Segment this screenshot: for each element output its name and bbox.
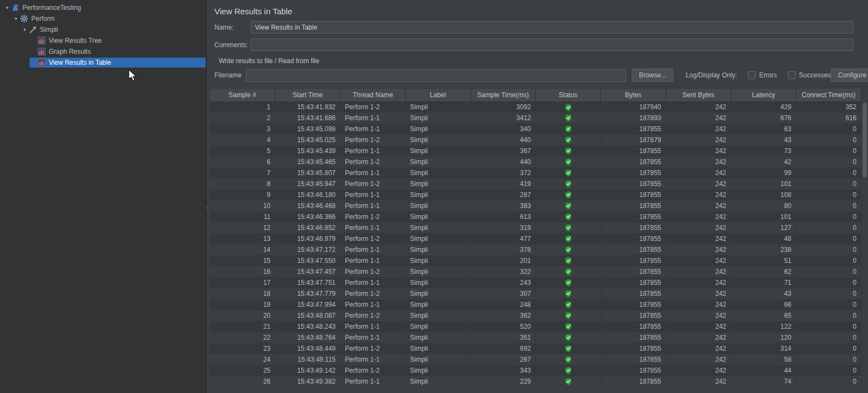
thread-group-gear-icon (20, 15, 29, 23)
column-header-label[interactable]: Label (405, 89, 470, 102)
table-cell: Simpli (405, 178, 470, 189)
filename-input[interactable] (246, 69, 626, 82)
table-row[interactable]: 515:43:45.439Perform 1-1Simpli3671878552… (210, 145, 861, 156)
status-cell (536, 233, 601, 244)
table-cell: 187893 (601, 113, 666, 123)
table-cell: 242 (666, 266, 731, 277)
table-cell: 187855 (601, 376, 666, 387)
tree-item-perform[interactable]: ▾Perform (0, 13, 206, 24)
panel-splitter[interactable]: ⋮ (206, 0, 207, 393)
column-header-sample[interactable]: Sample # (210, 89, 275, 102)
table-cell: Perform 1-1 (341, 167, 406, 178)
table-row[interactable]: 1415:43:47.172Perform 1-1Simpli378187855… (210, 244, 861, 255)
table-row[interactable]: 315:43:45.098Perform 1-1Simpli3401878552… (210, 123, 861, 134)
table-row[interactable]: 2415:43:49.115Perform 1-1Simpli267187855… (210, 354, 861, 365)
table-row[interactable]: 2515:43:49.142Perform 1-2Simpli343187855… (210, 365, 861, 376)
chevron-down-icon[interactable]: ▾ (21, 27, 29, 32)
table-cell: 242 (666, 365, 731, 376)
table-cell: 0 (796, 343, 861, 354)
table-cell: 0 (796, 200, 861, 211)
table-cell: 26 (210, 376, 275, 387)
table-row[interactable]: 2615:43:49.382Perform 1-1Simpli229187855… (210, 376, 861, 387)
results-table-head-row: Sample #Start TimeThread NameLabelSample… (210, 89, 861, 102)
column-header-connect-time-ms[interactable]: Connect Time(ms) (796, 89, 861, 102)
chart-listener-icon (37, 37, 46, 44)
table-cell: 3092 (470, 102, 536, 113)
table-row[interactable]: 1615:43:47.457Perform 1-2Simpli322187855… (210, 266, 861, 277)
success-shield-icon (565, 268, 572, 276)
table-cell: Perform 1-2 (341, 134, 406, 145)
table-row[interactable]: 2115:43:48.243Perform 1-1Simpli520187855… (210, 321, 861, 332)
table-cell: 242 (666, 244, 731, 255)
table-cell: 0 (796, 266, 861, 277)
comments-field-row: Comments: (207, 38, 868, 51)
errors-checkbox[interactable] (748, 71, 756, 79)
chevron-down-icon[interactable]: ▾ (12, 16, 20, 21)
table-row[interactable]: 415:43:45.025Perform 1-2Simpli4401878792… (210, 134, 861, 145)
table-cell: 71 (731, 277, 796, 288)
table-cell: 242 (666, 113, 731, 123)
tree-item-view-results-in-table[interactable]: View Results in Table (0, 57, 206, 68)
table-row[interactable]: 2015:43:48.087Perform 1-2Simpli362187855… (210, 310, 861, 321)
browse-button[interactable]: Browse... (632, 69, 673, 82)
table-row[interactable]: 715:43:45.807Perform 1-1Simpli3721878552… (210, 167, 861, 178)
table-row[interactable]: 1015:43:46.468Perform 1-1Simpli383187855… (210, 200, 861, 211)
table-row[interactable]: 1715:43:47.751Perform 1-1Simpli243187855… (210, 277, 861, 288)
table-cell: 187855 (601, 178, 666, 189)
table-cell: 287 (470, 189, 536, 200)
column-header-sample-time-ms[interactable]: Sample Time(ms) (470, 89, 536, 102)
file-section-title: Write results to file / Read from file (219, 57, 868, 65)
table-row[interactable]: 1215:43:46.852Perform 1-1Simpli319187855… (210, 222, 861, 233)
table-cell: 187855 (601, 255, 666, 266)
results-table-body: 115:43:41.932Perform 1-2Simpli3092187940… (210, 102, 861, 387)
column-header-status[interactable]: Status (536, 89, 601, 102)
tree-item-simpli[interactable]: ▾Simpli (0, 24, 206, 35)
table-cell: Perform 1-1 (341, 113, 406, 123)
status-cell (536, 200, 601, 211)
table-cell: Simpli (405, 266, 470, 277)
table-row[interactable]: 2215:43:48.764Perform 1-1Simpli351187855… (210, 332, 861, 343)
table-row[interactable]: 1115:43:46.366Perform 1-2Simpli613187855… (210, 211, 861, 222)
table-cell: 12 (210, 222, 275, 233)
table-row[interactable]: 1515:43:47.550Perform 1-1Simpli201187855… (210, 255, 861, 266)
table-row[interactable]: 215:43:41.686Perform 1-1Simpli3412187893… (210, 113, 861, 123)
column-header-latency[interactable]: Latency (731, 89, 796, 102)
table-cell: 0 (796, 222, 861, 233)
table-cell: 15:43:46.979 (275, 233, 341, 244)
table-row[interactable]: 115:43:41.932Perform 1-2Simpli3092187940… (210, 102, 861, 113)
table-row[interactable]: 1915:43:47.994Perform 1-1Simpli248187855… (210, 299, 861, 310)
status-cell (536, 134, 601, 145)
column-header-start-time[interactable]: Start Time (275, 89, 341, 102)
table-cell: 187879 (601, 134, 666, 145)
table-cell: 248 (470, 299, 536, 310)
table-row[interactable]: 1815:43:47.779Perform 1-2Simpli307187855… (210, 288, 861, 299)
tree-item-content: View Results in Table (30, 58, 206, 68)
table-row[interactable]: 2315:43:48.449Perform 1-2Simpli692187855… (210, 343, 861, 354)
vertical-scrollbar[interactable] (862, 102, 867, 393)
tree-item-performancetesting[interactable]: ▾PerformanceTesting (0, 2, 206, 13)
table-row[interactable]: 815:43:45.947Perform 1-2Simpli4191878552… (210, 178, 861, 189)
configure-button[interactable]: Configure (831, 69, 868, 82)
chevron-down-icon[interactable]: ▾ (3, 5, 11, 10)
table-row[interactable]: 615:43:45.465Perform 1-2Simpli4401878552… (210, 156, 861, 167)
comments-input[interactable] (251, 38, 854, 51)
successes-checkbox[interactable] (788, 71, 796, 79)
filename-field-row: Filename Browse... Log/Display Only: Err… (207, 69, 868, 82)
name-input[interactable] (251, 21, 854, 33)
table-cell: 19 (210, 299, 275, 310)
column-header-bytes[interactable]: Bytes (601, 89, 666, 102)
table-cell: 15:43:45.807 (275, 167, 341, 178)
success-shield-icon (565, 246, 572, 254)
column-header-sent-bytes[interactable]: Sent Bytes (666, 89, 731, 102)
scrollbar-thumb[interactable] (863, 103, 867, 177)
success-shield-icon (565, 301, 572, 308)
column-header-thread-name[interactable]: Thread Name (341, 89, 406, 102)
table-cell: 187855 (601, 343, 666, 354)
table-cell: 15:43:48.449 (275, 343, 341, 354)
table-cell: 108 (731, 189, 796, 200)
table-row[interactable]: 1315:43:46.979Perform 1-2Simpli477187855… (210, 233, 861, 244)
table-row[interactable]: 915:43:46.180Perform 1-1Simpli2871878552… (210, 189, 861, 200)
tree-item-graph-results[interactable]: Graph Results (0, 46, 206, 57)
tree-item-view-results-tree[interactable]: View Results Tree (0, 35, 206, 46)
table-cell: 242 (666, 255, 731, 266)
